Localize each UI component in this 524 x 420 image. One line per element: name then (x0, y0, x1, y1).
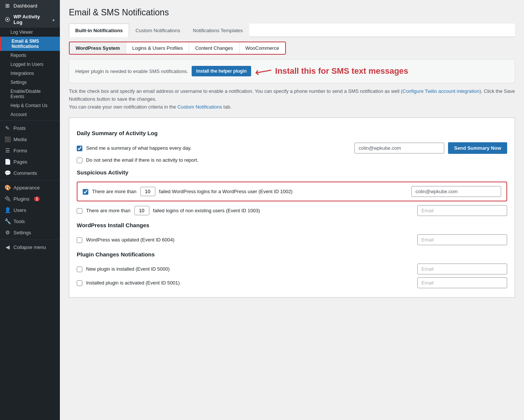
suspicious-row1-email-input[interactable] (411, 186, 501, 197)
posts-icon: ✎ (4, 125, 10, 131)
sidebar-item-media[interactable]: ⬛ Media (0, 134, 60, 145)
sidebar-item-posts[interactable]: ✎ Posts (0, 122, 60, 134)
wp-install-checkbox[interactable] (77, 237, 82, 243)
sidebar-divider-2 (0, 180, 60, 180)
suspicious-row2-number-input[interactable] (134, 206, 149, 215)
callout-text: Install this for SMS text messages (275, 66, 408, 76)
notifications-content-area: Daily Summary of Activity Log Send me a … (69, 118, 515, 298)
notice-text: Helper plugin is needed to enable SMS no… (75, 69, 188, 74)
tab-notifications-templates[interactable]: Notifications Templates (186, 24, 249, 37)
sidebar-item-pages[interactable]: 📄 Pages (0, 156, 60, 167)
sidebar-item-appearance[interactable]: 🎨 Appearance (0, 182, 60, 193)
comments-icon: 💬 (4, 170, 10, 176)
daily-summary-label: Send me a summary of what happens every … (86, 145, 351, 151)
description-text: Tick the check box and specify an email … (69, 88, 515, 115)
daily-summary-row1: Send me a summary of what happens every … (77, 142, 507, 154)
suspicious-row1-label-after: failed WordPress logins for a WordPress … (159, 189, 408, 194)
plugin-changes-row1: New plugin is installed (Event ID 5000) (77, 264, 507, 274)
sidebar-item-settings[interactable]: Settings (0, 78, 60, 87)
daily-summary-checkbox[interactable] (77, 146, 82, 151)
suspicious-activity-row2: There are more than failed logins of non… (77, 205, 507, 216)
plugin-new-label: New plugin is installed (Event ID 5000) (86, 266, 414, 272)
plugin-activated-checkbox[interactable] (77, 280, 82, 286)
wp-install-row1: WordPress was updated (Event ID 6004) (77, 234, 507, 245)
plugin-changes-title: Plugin Changes Notifications (77, 251, 507, 259)
sidebar-item-users[interactable]: 👤 Users (0, 204, 60, 216)
settings-icon: ⚙ (4, 229, 10, 235)
plugin-activated-email-input[interactable] (417, 277, 507, 288)
no-activity-label: Do not send the email if there is no act… (86, 157, 507, 163)
sidebar-item-logged-in-users[interactable]: Logged In Users (0, 60, 60, 69)
sidebar-item-plugins[interactable]: 🔌 Plugins 1 (0, 193, 60, 204)
pages-icon: 📄 (4, 159, 10, 165)
daily-summary-row2: Do not send the email if there is no act… (77, 157, 507, 163)
tab-built-in-notifications[interactable]: Built-in Notifications (69, 24, 129, 37)
wp-install-email-input[interactable] (417, 234, 507, 245)
plugin-activated-label: Installed plugin is activated (Event ID … (86, 280, 414, 286)
sidebar-item-log-viewer[interactable]: Log Viewer (0, 28, 60, 37)
arrow-callout-icon: ⟵ (254, 63, 273, 79)
suspicious-row2-checkbox[interactable] (77, 208, 82, 214)
appearance-icon: 🎨 (4, 185, 10, 191)
no-activity-checkbox[interactable] (77, 158, 82, 163)
tab-content-changes[interactable]: Content Changes (189, 42, 239, 54)
sidebar-item-tools[interactable]: 🔧 Tools (0, 216, 60, 227)
sidebar-item-email-sms[interactable]: Email & SMS Notifications (0, 37, 60, 51)
tools-icon: 🔧 (4, 218, 10, 224)
send-summary-button[interactable]: Send Summary Now (448, 142, 507, 154)
forms-icon: ☰ (4, 147, 10, 153)
tab-wordpress-system[interactable]: WordPress System (70, 42, 126, 54)
plugin-changes-row2: Installed plugin is activated (Event ID … (77, 277, 507, 288)
sidebar-item-account[interactable]: Account (0, 110, 60, 119)
wp-install-title: WordPress Install Changes (77, 222, 507, 230)
page-title: Email & SMS Notifications (69, 7, 515, 18)
sidebar-item-integrations[interactable]: Integrations (0, 69, 60, 78)
plugin-new-email-input[interactable] (417, 264, 507, 274)
suspicious-row2-label-after: failed logins of non existing users (Eve… (153, 208, 414, 213)
collapse-icon: ◀ (4, 244, 10, 250)
tab-woocommerce[interactable]: WooCommerce (240, 42, 285, 54)
daily-summary-email-input[interactable] (354, 143, 444, 153)
sms-callout: ⟵ Install this for SMS text messages (255, 64, 509, 78)
sidebar-item-reports[interactable]: Reports (0, 51, 60, 60)
plugin-new-checkbox[interactable] (77, 267, 82, 272)
tab-custom-notifications[interactable]: Custom Notifications (129, 24, 186, 37)
sidebar-item-comments[interactable]: 💬 Comments (0, 167, 60, 179)
sidebar-item-collapse[interactable]: ◀ Collapse menu (0, 241, 60, 253)
twilio-link[interactable]: Configure Twilio account integration (402, 88, 479, 94)
tab-logins-users[interactable]: Logins & Users Profiles (126, 42, 189, 54)
main-content: Email & SMS Notifications Built-in Notif… (60, 0, 524, 420)
sms-notice-box: Helper plugin is needed to enable SMS no… (69, 59, 515, 83)
suspicious-row1-label-before: There are more than (92, 189, 137, 194)
dashboard-icon: ⊞ (4, 3, 10, 9)
sidebar-item-enable-disable[interactable]: Enable/Disable Events (0, 87, 60, 101)
custom-notifications-link[interactable]: Custom Notifications (177, 104, 222, 110)
sidebar-item-dashboard[interactable]: ⊞ Dashboard (0, 0, 60, 11)
wp-install-label: WordPress was updated (Event ID 6004) (86, 237, 414, 243)
suspicious-activity-title: Suspicious Activity (77, 169, 507, 177)
install-helper-button[interactable]: Install the helper plugin (192, 66, 251, 76)
sidebar-item-settings2[interactable]: ⚙ Settings (0, 227, 60, 238)
sidebar-divider-3 (0, 240, 60, 240)
suspicious-row1-number-input[interactable] (140, 187, 155, 196)
secondary-tabs: WordPress System Logins & Users Profiles… (69, 42, 286, 55)
sidebar-divider-1 (0, 121, 60, 121)
plugins-badge: 1 (34, 197, 40, 201)
sidebar-item-wp-activity-log[interactable]: ⦿ WP Activity Log ▲ (0, 11, 60, 28)
media-icon: ⬛ (4, 136, 10, 142)
suspicious-row2-email-input[interactable] (417, 205, 507, 216)
primary-tabs: Built-in Notifications Custom Notificati… (69, 24, 515, 37)
suspicious-row1-checkbox[interactable] (83, 189, 88, 195)
sidebar: ⊞ Dashboard ⦿ WP Activity Log ▲ Log View… (0, 0, 60, 420)
sidebar-item-help-contact[interactable]: Help & Contact Us (0, 101, 60, 110)
suspicious-activity-row1-highlighted: There are more than failed WordPress log… (77, 182, 507, 201)
users-icon: 👤 (4, 207, 10, 213)
suspicious-row2-label-before: There are more than (86, 208, 131, 213)
daily-summary-title: Daily Summary of Activity Log (77, 130, 507, 138)
plugins-icon: 🔌 (4, 196, 10, 202)
wp-activity-icon: ⦿ (4, 16, 10, 22)
sidebar-item-forms[interactable]: ☰ Forms (0, 145, 60, 156)
